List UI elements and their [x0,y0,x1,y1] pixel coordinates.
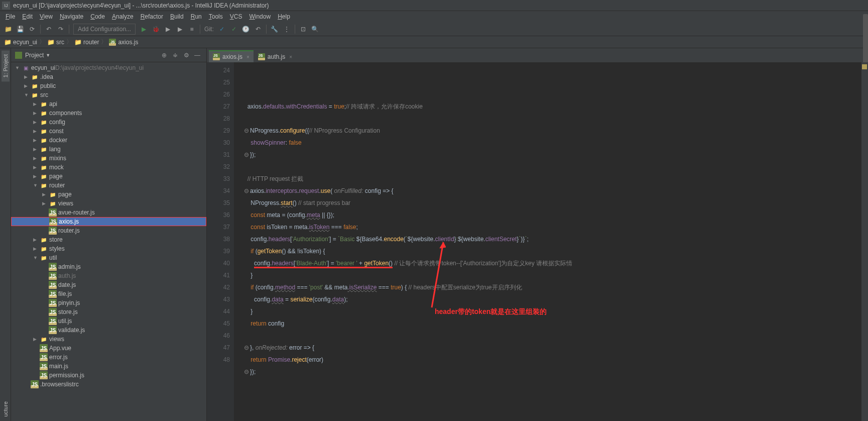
menu-analyze[interactable]: Analyze [108,12,137,21]
line-number[interactable]: 32 [207,161,230,173]
line-number[interactable]: 45 [207,318,230,330]
line-number[interactable]: 29 [207,125,230,137]
tree-node-file.js[interactable]: JSfile.js [11,289,206,298]
code-line-38[interactable]: config.headers['Blade-Auth'] = 'bearer '… [234,257,861,269]
git-update-icon[interactable]: ✓ [216,24,227,35]
refresh-icon[interactable]: ⟳ [27,24,38,35]
code-line-35[interactable]: const isToken = meta.isToken === false; [234,221,861,233]
tree-arrow[interactable]: ▶ [33,165,38,170]
more-icon[interactable]: ⋮ [281,24,292,35]
project-tree[interactable]: ▼▣ecyun_ui D:\java\projects\ecyun4\ecyun… [11,62,206,421]
menu-help[interactable]: Help [274,12,294,21]
locate-icon[interactable]: ⊕ [159,50,169,60]
tree-arrow[interactable]: ▼ [33,183,38,188]
code-line-36[interactable]: config.headers['Authorization'] = `Basic… [234,233,861,245]
line-number[interactable]: 41 [207,269,230,281]
code-line-34[interactable]: const meta = (config.meta || {}); [234,209,861,221]
tab-close-icon[interactable]: × [246,54,250,60]
code-line-37[interactable]: if (getToken() && !isToken) { [234,245,861,257]
tree-node-store.js[interactable]: JSstore.js [11,307,206,317]
save-icon[interactable]: 💾 [15,24,26,35]
menu-window[interactable]: Window [245,12,274,21]
breadcrumb-ecyun_ui[interactable]: 📁ecyun_ui [2,39,39,46]
tree-node-util[interactable]: ▼📁util [11,253,206,262]
line-number[interactable]: 35 [207,197,230,209]
editor-tab-auth.js[interactable]: JSauth.js× [254,50,296,62]
breadcrumb-router[interactable]: 📁router [72,39,101,46]
line-number[interactable]: 28 [207,113,230,125]
line-number[interactable]: 25 [207,76,230,88]
tree-node-util.js[interactable]: JSutil.js [11,317,206,326]
run-config-select[interactable]: Add Configuration... [73,24,136,35]
line-number[interactable]: 42 [207,281,230,293]
collapse-icon[interactable]: ≑ [170,50,180,60]
code-line-32[interactable]: ⊖axios.interceptors.request.use( onFulfi… [234,185,861,197]
tree-node-axios.js[interactable]: JSaxios.js [11,217,206,226]
code-line-28[interactable]: showSpinner: false [234,137,861,149]
code-line-42[interactable]: } [234,305,861,318]
tree-arrow[interactable]: ▼ [24,92,29,97]
tree-arrow[interactable]: ▶ [33,237,38,242]
menu-tools[interactable]: Tools [205,12,226,21]
tree-node-router[interactable]: ▼📁router [11,181,206,190]
tree-node-admin.js[interactable]: JSadmin.js [11,262,206,271]
tree-arrow[interactable]: ▶ [33,246,38,251]
line-number[interactable]: 47 [207,342,230,354]
editor-error-stripe[interactable] [861,62,868,421]
tree-node-auth.js[interactable]: JSauth.js [11,271,206,280]
tree-node-const[interactable]: ▶📁const [11,127,206,136]
tree-node-App.vue[interactable]: JSApp.vue [11,344,206,353]
code-line-40[interactable]: if (config.method === 'post' && meta.isS… [234,281,861,293]
line-number[interactable]: 44 [207,305,230,318]
line-number[interactable]: 43 [207,293,230,305]
tree-node-permission.js[interactable]: JSpermission.js [11,371,206,380]
code-line-45[interactable]: ⊖}, onRejected: error => { [234,342,861,354]
code-line-30[interactable] [234,161,861,173]
structure-toolwindow-tab[interactable]: ucture [2,397,10,421]
menu-run[interactable]: Run [187,12,205,21]
git-commit-icon[interactable]: ✓ [228,24,239,35]
menu-code[interactable]: Code [87,12,108,21]
line-number[interactable]: 38 [207,233,230,245]
line-number[interactable]: 46 [207,330,230,342]
line-number[interactable]: 37 [207,221,230,233]
warning-mark[interactable] [862,64,867,69]
tree-arrow[interactable]: ▶ [33,156,38,161]
tree-node-mock[interactable]: ▶📁mock [11,163,206,172]
debug-icon[interactable]: 🐞 [150,24,161,35]
code-line-47[interactable]: ⊖}); [234,366,861,378]
git-rollback-icon[interactable]: ↶ [253,24,264,35]
menu-navigate[interactable]: Navigate [56,12,87,21]
tree-node-router.js[interactable]: JSrouter.js [11,226,206,235]
tree-node-error.js[interactable]: JSerror.js [11,353,206,362]
tree-arrow[interactable]: ▶ [33,174,38,179]
code-line-24[interactable] [234,88,861,100]
tree-arrow[interactable]: ▶ [24,74,29,79]
tree-arrow[interactable]: ▶ [33,337,38,342]
git-history-icon[interactable]: 🕐 [240,24,252,35]
code-line-46[interactable]: return Promise.reject(error) [234,354,861,366]
line-number[interactable]: 24 [207,64,230,76]
tree-node-src[interactable]: ▼📁src [11,90,206,99]
line-number[interactable]: 48 [207,354,230,366]
redo-icon[interactable]: ↷ [55,24,66,35]
tree-node-main.js[interactable]: JSmain.js [11,362,206,371]
code-line-48[interactable] [234,378,861,390]
project-toolwindow-tab[interactable]: 1: Project [2,50,10,81]
gear-icon[interactable]: ⚙ [181,50,191,60]
line-number[interactable]: 31 [207,149,230,161]
tree-arrow[interactable]: ▶ [42,192,47,197]
code-line-25[interactable]: axios.defaults.withCredentials = true;//… [234,100,861,113]
tree-arrow[interactable]: ▶ [33,111,38,116]
menu-file[interactable]: File [2,12,19,21]
code-line-43[interactable]: return config [234,318,861,330]
tree-node-lang[interactable]: ▶📁lang [11,145,206,154]
coverage-icon[interactable]: ▶ [162,24,173,35]
breadcrumb-src[interactable]: 📁src [45,39,66,46]
code-line-26[interactable] [234,113,861,125]
editor-tab-axios.js[interactable]: JSaxios.js× [209,50,254,62]
tree-node-page[interactable]: ▶📁page [11,190,206,199]
hide-icon[interactable]: — [192,50,202,60]
tree-arrow[interactable]: ▶ [24,83,29,88]
tree-arrow[interactable]: ▶ [33,138,38,143]
